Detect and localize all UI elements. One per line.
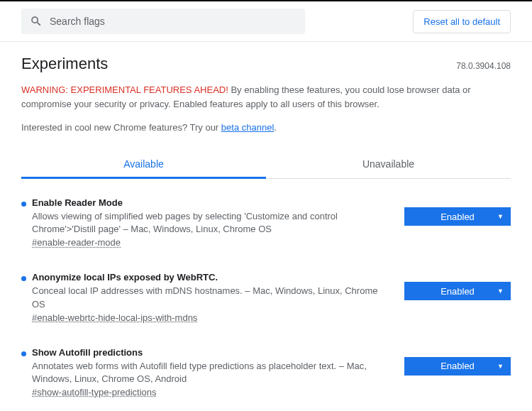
interest-suffix: . [274, 122, 277, 133]
flag-description: Allows viewing of simplified web pages b… [32, 210, 390, 236]
flag-description: Annotates web forms with Autofill field … [32, 360, 390, 385]
flag-anchor-link[interactable]: #show-autofill-type-predictions [32, 387, 157, 398]
flag-text: Anonymize local IPs exposed by WebRTC. C… [32, 272, 404, 322]
search-box[interactable] [21, 9, 305, 34]
tab-unavailable[interactable]: Unavailable [266, 150, 511, 178]
top-bar: Reset all to default [0, 0, 532, 42]
flag-select-value: Enabled [440, 286, 475, 297]
bullet-icon [21, 202, 26, 207]
flag-anchor-link[interactable]: #enable-webrtc-hide-local-ips-with-mdns [32, 312, 197, 323]
header-row: Experiments 78.0.3904.108 [21, 55, 511, 73]
reset-all-button[interactable]: Reset all to default [413, 10, 511, 33]
flag-description: Conceal local IP addresses with mDNS hos… [32, 285, 390, 310]
search-input[interactable] [50, 16, 297, 27]
beta-channel-link[interactable]: beta channel [221, 122, 274, 133]
flag-item: Enable Reader Mode Allows viewing of sim… [21, 197, 511, 248]
warning-prefix: WARNING: EXPERIMENTAL FEATURES AHEAD! [21, 84, 228, 95]
search-icon [30, 15, 43, 28]
tab-available[interactable]: Available [21, 150, 266, 179]
interest-line: Interested in cool new Chrome features? … [21, 122, 511, 133]
flag-title: Anonymize local IPs exposed by WebRTC. [32, 272, 390, 283]
version-label: 78.0.3904.108 [456, 61, 511, 71]
chevron-down-icon: ▼ [497, 287, 504, 295]
chevron-down-icon: ▼ [497, 213, 504, 220]
flag-select[interactable]: Enabled ▼ [404, 282, 511, 300]
chevron-down-icon: ▼ [497, 363, 504, 370]
flag-title: Enable Reader Mode [32, 197, 390, 208]
flags-list: Enable Reader Mode Allows viewing of sim… [21, 179, 511, 398]
flag-select[interactable]: Enabled ▼ [404, 357, 511, 376]
flag-text: Enable Reader Mode Allows viewing of sim… [32, 197, 404, 248]
flag-anchor-link[interactable]: #enable-reader-mode [32, 237, 121, 248]
flag-select-value: Enabled [440, 212, 475, 222]
flag-title: Show Autofill predictions [32, 347, 390, 358]
content: Experiments 78.0.3904.108 WARNING: EXPER… [0, 42, 532, 398]
warning-text: WARNING: EXPERIMENTAL FEATURES AHEAD! By… [21, 83, 511, 111]
flag-item: Anonymize local IPs exposed by WebRTC. C… [21, 272, 511, 322]
flag-select-value: Enabled [440, 361, 475, 371]
interest-prefix: Interested in cool new Chrome features? … [21, 122, 221, 133]
page-title: Experiments [21, 55, 108, 73]
bullet-icon [21, 351, 26, 356]
tabs: Available Unavailable [21, 150, 511, 179]
flag-select[interactable]: Enabled ▼ [404, 207, 511, 226]
bullet-icon [21, 276, 26, 281]
flag-text: Show Autofill predictions Annotates web … [32, 347, 404, 398]
flag-item: Show Autofill predictions Annotates web … [21, 347, 511, 398]
